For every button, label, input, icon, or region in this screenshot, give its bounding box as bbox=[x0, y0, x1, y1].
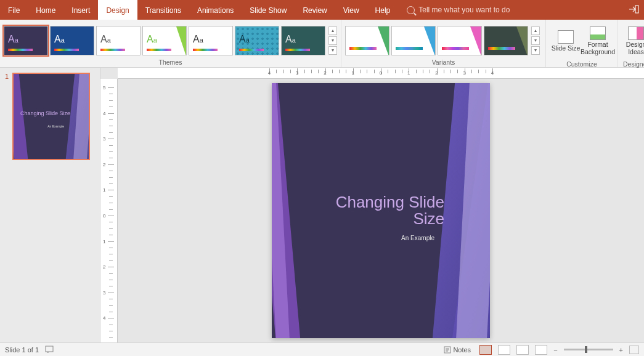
theme-thumb-2[interactable]: Aa bbox=[96, 26, 141, 55]
gallery-more[interactable]: ▾ bbox=[531, 46, 540, 55]
slide-thumbnail-1[interactable]: Changing Slide Size An Example bbox=[12, 73, 90, 160]
theme-thumb-1[interactable]: Aa bbox=[50, 26, 94, 55]
tell-me-placeholder: Tell me what you want to do bbox=[418, 6, 510, 14]
variant-thumb-3[interactable] bbox=[484, 26, 528, 55]
thumbnail-row: 1 Changing Slide Size An Example bbox=[5, 73, 95, 160]
gallery-more[interactable]: ▾ bbox=[328, 46, 337, 55]
notes-button[interactable]: Notes bbox=[441, 343, 473, 356]
search-icon bbox=[407, 6, 415, 14]
variants-label: Variants bbox=[341, 59, 545, 67]
design-ideas-button[interactable]: Design Ideas bbox=[622, 22, 644, 60]
slide-size-button[interactable]: Slide Size bbox=[550, 22, 582, 60]
spellcheck-icon[interactable] bbox=[45, 346, 54, 354]
format-background-button[interactable]: Format Background bbox=[582, 22, 614, 60]
variant-thumb-1[interactable] bbox=[391, 26, 436, 55]
themes-gallery-scroll[interactable]: ▴▾▾ bbox=[328, 26, 337, 55]
zoom-slider[interactable] bbox=[564, 349, 613, 350]
slide-subtitle[interactable]: An Example bbox=[401, 235, 434, 241]
notes-icon bbox=[444, 346, 451, 354]
variants-gallery-scroll[interactable]: ▴▾▾ bbox=[531, 26, 540, 55]
tab-home[interactable]: Home bbox=[28, 0, 63, 20]
tab-transitions[interactable]: Transitions bbox=[137, 0, 189, 20]
thumbnail-number: 1 bbox=[5, 73, 9, 160]
customize-group: Slide Size Format Background Customize bbox=[546, 20, 618, 67]
ribbon-tabs: FileHomeInsertDesignTransitionsAnimation… bbox=[0, 0, 398, 20]
theme-thumb-5[interactable]: Aa bbox=[235, 26, 279, 55]
tab-view[interactable]: View bbox=[335, 0, 367, 20]
variants-group: ▴▾▾ Variants bbox=[341, 20, 546, 67]
slide-editor: 432101234 54321012345 Changing SlideSize… bbox=[100, 68, 644, 342]
slide-counter[interactable]: Slide 1 of 1 bbox=[5, 346, 39, 354]
slide-thumbnails-panel[interactable]: 1 Changing Slide Size An Example bbox=[0, 68, 100, 342]
format-background-icon bbox=[590, 26, 606, 40]
vertical-ruler[interactable]: 54321012345 bbox=[100, 79, 118, 342]
design-ideas-icon bbox=[628, 26, 644, 40]
tab-file[interactable]: File bbox=[0, 0, 28, 20]
theme-thumb-4[interactable]: Aa bbox=[189, 26, 233, 55]
sorter-view-button[interactable] bbox=[498, 345, 510, 355]
themes-label: Themes bbox=[0, 59, 341, 67]
gallery-scroll-down[interactable]: ▾ bbox=[328, 36, 337, 45]
status-bar: Slide 1 of 1 Notes − + bbox=[0, 342, 644, 356]
horizontal-ruler[interactable]: 432101234 bbox=[118, 68, 644, 79]
theme-thumb-3[interactable]: Aa bbox=[142, 26, 187, 55]
ribbon: AaAaAaAaAaAaAa▴▾▾ Themes ▴▾▾ Variants Sl… bbox=[0, 20, 644, 68]
tab-slide-show[interactable]: Slide Show bbox=[242, 0, 295, 20]
slideshow-view-button[interactable] bbox=[535, 345, 547, 355]
title-bar: FileHomeInsertDesignTransitionsAnimation… bbox=[0, 0, 644, 20]
tab-review[interactable]: Review bbox=[295, 0, 335, 20]
theme-thumb-6[interactable]: Aa bbox=[281, 26, 325, 55]
workspace: 1 Changing Slide Size An Example 4321012… bbox=[0, 68, 644, 342]
tab-insert[interactable]: Insert bbox=[63, 0, 98, 20]
gallery-scroll-down[interactable]: ▾ bbox=[531, 36, 540, 45]
normal-view-button[interactable] bbox=[479, 345, 492, 355]
tab-help[interactable]: Help bbox=[367, 0, 399, 20]
slide[interactable]: Changing SlideSize An Example bbox=[272, 83, 490, 338]
zoom-out-button[interactable]: − bbox=[553, 346, 557, 354]
canvas[interactable]: Changing SlideSize An Example bbox=[118, 79, 644, 342]
themes-group: AaAaAaAaAaAaAa▴▾▾ Themes bbox=[0, 20, 341, 67]
tab-design[interactable]: Design bbox=[98, 0, 137, 20]
tell-me-search[interactable]: Tell me what you want to do bbox=[407, 6, 510, 14]
fit-slide-button[interactable] bbox=[629, 346, 639, 354]
designer-group: Design Ideas Designer bbox=[618, 20, 644, 67]
variant-thumb-0[interactable] bbox=[345, 26, 389, 55]
slide-size-icon bbox=[558, 30, 574, 44]
gallery-scroll-up[interactable]: ▴ bbox=[328, 26, 337, 35]
reading-view-button[interactable] bbox=[516, 345, 529, 355]
zoom-in-button[interactable]: + bbox=[619, 346, 623, 354]
share-icon[interactable] bbox=[629, 5, 639, 15]
variant-thumb-2[interactable] bbox=[438, 26, 482, 55]
tab-animations[interactable]: Animations bbox=[189, 0, 242, 20]
theme-thumb-0[interactable]: Aa bbox=[4, 26, 48, 55]
gallery-scroll-up[interactable]: ▴ bbox=[531, 26, 540, 35]
svg-rect-1 bbox=[46, 346, 53, 352]
slide-title[interactable]: Changing SlideSize bbox=[336, 194, 444, 228]
